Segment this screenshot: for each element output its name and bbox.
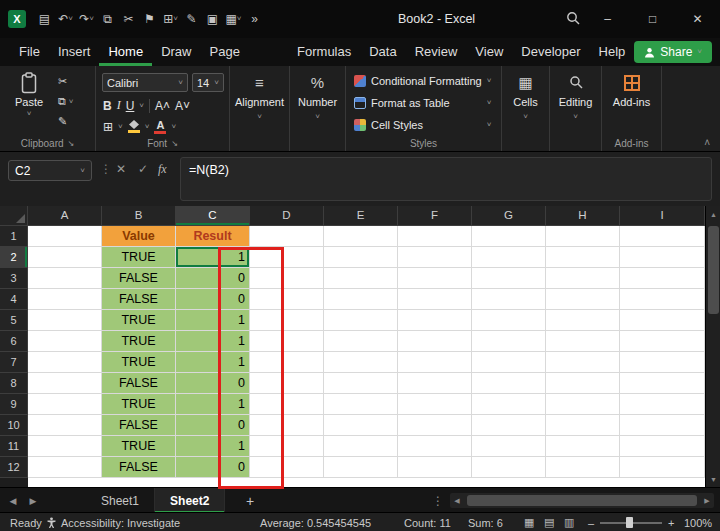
- paste-button[interactable]: Paste ˅: [9, 72, 49, 118]
- cell-H1[interactable]: [546, 226, 620, 247]
- clipboard-dialog-launcher[interactable]: ↘: [68, 139, 75, 148]
- zoom-level[interactable]: 100%: [684, 513, 712, 531]
- flag-icon[interactable]: ⚑: [140, 7, 159, 31]
- table-icon[interactable]: ▦˅: [224, 7, 243, 31]
- cell-A11[interactable]: [28, 436, 102, 457]
- enter-button[interactable]: ✓: [138, 162, 148, 176]
- cell-G6[interactable]: [472, 331, 546, 352]
- calculator-icon[interactable]: ⊞˅: [161, 7, 180, 31]
- column-header-A[interactable]: A: [28, 206, 102, 226]
- cell-D6[interactable]: [250, 331, 324, 352]
- styles-item-cell-styles[interactable]: Cell Styles˅: [350, 116, 495, 134]
- cell-F9[interactable]: [398, 394, 472, 415]
- cell-F7[interactable]: [398, 352, 472, 373]
- name-box[interactable]: C2 ˅: [8, 160, 92, 181]
- cell-E2[interactable]: [324, 247, 398, 268]
- font-dialog-launcher[interactable]: ↘: [171, 139, 178, 148]
- cancel-button[interactable]: ✕: [116, 162, 126, 176]
- format-painter-icon[interactable]: ✎: [182, 7, 201, 31]
- cell-F12[interactable]: [398, 457, 472, 478]
- cell-A12[interactable]: [28, 457, 102, 478]
- menu-tab-home[interactable]: Home: [99, 38, 152, 66]
- menu-tab-formulas[interactable]: Formulas: [288, 38, 360, 66]
- row-header-8[interactable]: 8: [0, 373, 28, 394]
- column-header-E[interactable]: E: [324, 206, 398, 226]
- cell-E9[interactable]: [324, 394, 398, 415]
- cell-H12[interactable]: [546, 457, 620, 478]
- cell-F10[interactable]: [398, 415, 472, 436]
- cell-C12[interactable]: 0: [176, 457, 250, 478]
- sheet-menu-icon[interactable]: ⋮: [432, 488, 444, 513]
- cell-H3[interactable]: [546, 268, 620, 289]
- cell-D9[interactable]: [250, 394, 324, 415]
- menu-tab-help[interactable]: Help: [590, 38, 635, 66]
- menu-tab-review[interactable]: Review: [406, 38, 467, 66]
- cell-I5[interactable]: [620, 310, 705, 331]
- cell-B7[interactable]: TRUE: [102, 352, 176, 373]
- cell-E5[interactable]: [324, 310, 398, 331]
- formula-input[interactable]: =N(B2): [180, 157, 712, 201]
- previous-sheet-icon[interactable]: ◀: [4, 488, 22, 513]
- cell-B12[interactable]: FALSE: [102, 457, 176, 478]
- cell-C11[interactable]: 1: [176, 436, 250, 457]
- camera-icon[interactable]: ▣: [203, 7, 222, 31]
- row-header-4[interactable]: 4: [0, 289, 28, 310]
- decrease-font-button[interactable]: A˅: [175, 99, 190, 113]
- cell-C2[interactable]: 1: [176, 247, 250, 268]
- cell-A4[interactable]: [28, 289, 102, 310]
- cell-B1[interactable]: Value: [102, 226, 176, 247]
- cell-F6[interactable]: [398, 331, 472, 352]
- select-all-corner[interactable]: [0, 206, 28, 226]
- ribbon-group-alignment[interactable]: ≡ Alignment ˅: [230, 66, 290, 151]
- cell-B5[interactable]: TRUE: [102, 310, 176, 331]
- cell-H6[interactable]: [546, 331, 620, 352]
- cell-E11[interactable]: [324, 436, 398, 457]
- underline-button[interactable]: U: [126, 99, 135, 113]
- cell-E3[interactable]: [324, 268, 398, 289]
- cell-I6[interactable]: [620, 331, 705, 352]
- cell-B10[interactable]: FALSE: [102, 415, 176, 436]
- cell-I10[interactable]: [620, 415, 705, 436]
- styles-item-conditional-formatting[interactable]: Conditional Formatting˅: [350, 72, 495, 90]
- bold-button[interactable]: B: [103, 99, 112, 113]
- copy-button[interactable]: ⧉˅: [58, 94, 74, 109]
- cell-D11[interactable]: [250, 436, 324, 457]
- cell-I8[interactable]: [620, 373, 705, 394]
- menu-tab-insert[interactable]: Insert: [49, 38, 100, 66]
- ribbon-group-editing[interactable]: Editing ˅: [550, 66, 602, 151]
- cell-A2[interactable]: [28, 247, 102, 268]
- horizontal-scrollbar[interactable]: ◀ ▶: [450, 493, 714, 508]
- close-button[interactable]: ✕: [675, 0, 720, 38]
- column-header-G[interactable]: G: [472, 206, 546, 226]
- ribbon-group-addins[interactable]: Add-ins Add-ins: [602, 66, 662, 151]
- column-header-I[interactable]: I: [620, 206, 705, 226]
- cell-G3[interactable]: [472, 268, 546, 289]
- menu-tab-draw[interactable]: Draw: [152, 38, 200, 66]
- cell-A5[interactable]: [28, 310, 102, 331]
- cell-I2[interactable]: [620, 247, 705, 268]
- fill-color-button[interactable]: [128, 120, 140, 133]
- sheet-tab-sheet1[interactable]: Sheet1: [86, 488, 155, 513]
- cell-D10[interactable]: [250, 415, 324, 436]
- cell-F1[interactable]: [398, 226, 472, 247]
- cell-C7[interactable]: 1: [176, 352, 250, 373]
- row-header-5[interactable]: 5: [0, 310, 28, 331]
- cell-E8[interactable]: [324, 373, 398, 394]
- cell-C1[interactable]: Result: [176, 226, 250, 247]
- collapse-ribbon-button[interactable]: ˄: [704, 137, 710, 148]
- column-header-B[interactable]: B: [102, 206, 176, 226]
- format-painter-button[interactable]: ✎: [58, 114, 74, 129]
- cell-D8[interactable]: [250, 373, 324, 394]
- cell-F5[interactable]: [398, 310, 472, 331]
- vertical-scroll-thumb[interactable]: [708, 226, 719, 314]
- cell-G8[interactable]: [472, 373, 546, 394]
- row-header-9[interactable]: 9: [0, 394, 28, 415]
- row-header-11[interactable]: 11: [0, 436, 28, 457]
- cell-D4[interactable]: [250, 289, 324, 310]
- cell-C8[interactable]: 0: [176, 373, 250, 394]
- cell-C10[interactable]: 0: [176, 415, 250, 436]
- cell-B11[interactable]: TRUE: [102, 436, 176, 457]
- cell-B3[interactable]: FALSE: [102, 268, 176, 289]
- cell-B9[interactable]: TRUE: [102, 394, 176, 415]
- cell-A10[interactable]: [28, 415, 102, 436]
